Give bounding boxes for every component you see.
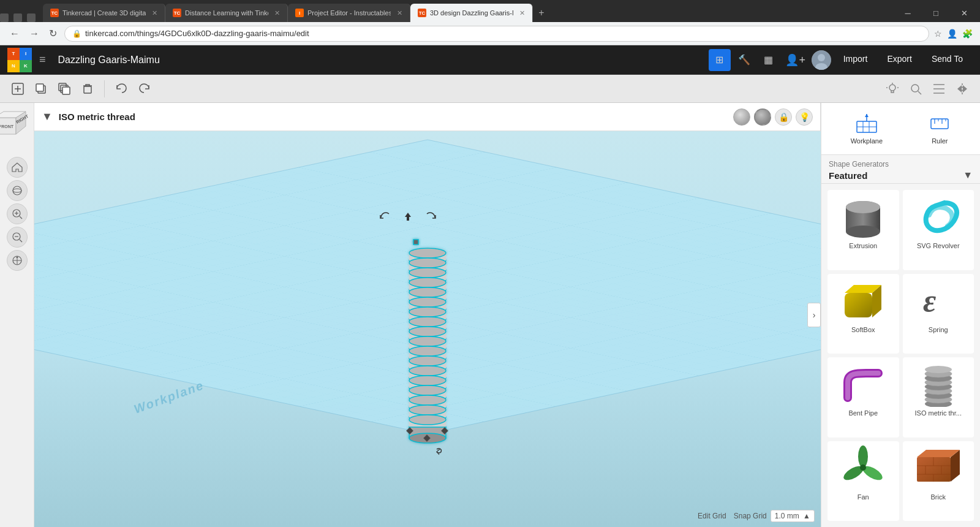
menu-icon[interactable]: ≡ [39,53,46,66]
win-maximize-btn[interactable]: □ [922,4,949,22]
address-bar: ← → ↻ 🔒 tinkercad.com/things/4GDCu6xlk0D… [0,22,980,45]
hole-button[interactable] [754,108,771,126]
align-icon [932,82,946,96]
svg-point-120 [846,201,880,213]
toolbar-separator-1 [104,80,105,97]
extension-icon[interactable]: 🧩 [962,29,973,39]
shape-svg-revolver[interactable]: SVG Revolver [903,190,974,270]
reload-button[interactable]: ↻ [47,25,59,42]
align-button[interactable] [929,78,949,99]
tab-tinkercad-2[interactable]: TC Distance Learning with Tinkerc... ✕ [165,4,288,22]
edit-grid-button[interactable]: Edit Grid [698,512,726,520]
tab-close-1[interactable]: ✕ [152,9,157,17]
view-cube[interactable]: FRONT RIGHT [0,107,34,150]
shape-iso-metric[interactable]: ISO metric thr... [903,357,974,438]
tab-close-2[interactable]: ✕ [274,9,280,17]
new-tab-button[interactable]: + [533,4,550,22]
export-button[interactable]: Export [877,49,921,71]
redo-icon [138,82,151,96]
svg-revolver-thumb [911,194,966,240]
copy-button[interactable] [31,78,51,99]
tab-close-4[interactable]: ✕ [519,9,525,17]
3d-object[interactable] [394,235,461,464]
logo-cell-n: N [7,60,20,72]
shape-fan[interactable]: Fan [827,441,899,521]
hammer-button[interactable]: 🔨 [733,49,755,71]
softbox-thumb [835,278,891,324]
svg-point-91 [409,385,446,395]
add-user-button[interactable]: 👤+ [785,49,807,71]
panel-collapse-button[interactable]: ▼ [42,110,53,123]
tab-instructables[interactable]: I Project Editor - Instructables ✕ [288,4,410,22]
user-avatar[interactable] [812,50,831,70]
logo-cell-i: I [20,48,32,60]
tab-tinkercad-1[interactable]: TC Tinkercad | Create 3D digital des... … [43,4,165,22]
rotate-ccw-handle[interactable] [379,210,392,224]
workplane-button[interactable]: Workplane [843,109,890,148]
ruler-button[interactable]: Ruler [921,109,958,148]
iso-metric-thumb [911,361,966,407]
tab-favicon-2: TC [173,9,181,17]
snap-grid-control: Snap Grid 1.0 mm ▲ [734,510,815,522]
home-view-button[interactable] [7,157,28,178]
orbit-button[interactable] [7,180,28,201]
shape-bent-pipe[interactable]: Bent Pipe [827,357,899,438]
grid-view-button[interactable]: ⊞ [709,49,731,71]
url-field[interactable]: 🔒 tinkercad.com/things/4GDCu6xlk0D-dazzl… [64,26,929,42]
panel-toggle-button[interactable]: › [807,303,821,327]
back-button[interactable]: ← [7,26,22,42]
svg-point-1 [818,54,825,61]
shape-softbox[interactable]: SoftBox [827,274,899,354]
shape-extrusion[interactable]: Extrusion [827,190,899,270]
zoom-in-button[interactable] [7,203,28,224]
win-close-btn[interactable]: ✕ [951,4,978,22]
search-button[interactable] [905,78,926,99]
shape-svg-revolver-label: SVG Revolver [917,242,960,249]
shape-brick[interactable]: Brick [903,441,974,521]
svg-point-64 [409,297,446,307]
svg-point-29 [13,186,21,195]
fit-to-view-button[interactable] [7,250,28,271]
tab-favicon-3: I [295,9,304,17]
undo-button[interactable] [111,78,132,99]
layers-button[interactable]: ▦ [758,49,780,71]
tab-close-3[interactable]: ✕ [397,9,402,17]
move-up-handle[interactable] [403,212,413,222]
mirror-button[interactable] [952,78,973,99]
send-to-button[interactable]: Send To [922,49,973,71]
avatar-image [812,50,831,70]
duplicate-button[interactable] [54,78,75,99]
workplane-icon [856,113,878,135]
svg-marker-44 [405,213,411,217]
import-button[interactable]: Import [834,49,878,71]
svg-point-16 [911,85,919,92]
left-sidebar: FRONT RIGHT [0,103,34,527]
forward-button[interactable]: → [27,26,42,42]
visibility-button[interactable]: 💡 [796,108,813,126]
light-bulb-button[interactable] [882,78,903,99]
shape-spring[interactable]: ε Spring [903,274,974,354]
zoom-out-button[interactable] [7,227,28,248]
search-icon [909,82,922,96]
snap-grid-value[interactable]: 1.0 mm ▲ [771,510,815,522]
bookmark-icon[interactable]: ☆ [934,29,942,39]
canvas-area[interactable]: Workplane [34,103,821,527]
view-cube-svg: FRONT RIGHT [0,107,34,150]
rotate-cw-handle[interactable] [424,210,437,224]
svg-line-36 [20,240,22,242]
delete-button[interactable] [77,78,98,99]
svg-rect-7 [36,84,43,91]
tab-tinkercad-active[interactable]: TC 3D design Dazzling Gaaris-Maim... ✕ [410,4,533,22]
redo-button[interactable] [134,78,155,99]
profile-icon[interactable]: 👤 [947,29,957,39]
close-button[interactable] [0,13,9,22]
new-shape-button[interactable] [7,78,28,99]
maximize-button[interactable] [27,13,36,22]
lock-button[interactable]: 🔒 [775,108,792,126]
minimize-button[interactable] [13,13,22,22]
shape-gen-dropdown[interactable]: ▼ [963,170,973,181]
svg-point-70 [409,317,446,327]
solid-color-button[interactable] [733,108,750,126]
svg-point-58 [409,278,446,287]
win-minimize-btn[interactable]: ─ [894,4,921,22]
